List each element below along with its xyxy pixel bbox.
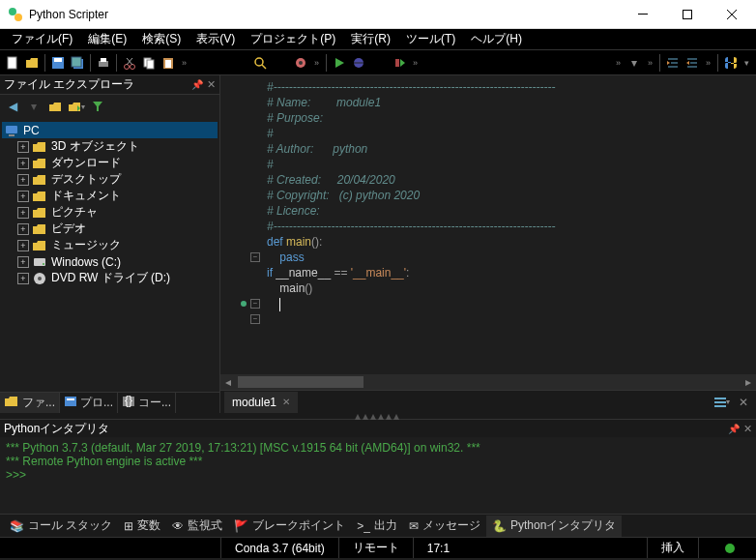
menu-view[interactable]: 表示(V) — [189, 29, 243, 49]
horizontal-scrollbar[interactable]: ◂ ▸ — [220, 374, 756, 390]
copy-button[interactable] — [140, 54, 158, 72]
status-blank — [0, 538, 220, 558]
status-engine[interactable]: Conda 3.7 (64bit) — [220, 538, 338, 558]
browse-button[interactable]: ▾ — [68, 99, 85, 114]
paste-button[interactable] — [160, 54, 177, 72]
svg-text:{}: {} — [125, 396, 132, 407]
menu-help[interactable]: ヘルプ(H) — [463, 29, 530, 49]
menu-tool[interactable]: ツール(T) — [398, 29, 463, 49]
menu-file[interactable]: ファイル(F) — [4, 29, 80, 49]
fold-icon[interactable]: − — [250, 252, 260, 262]
file-tree[interactable]: PC+3D オブジェクト+ダウンロード+デスクトップ+ドキュメント+ピクチャ+ビ… — [0, 118, 219, 392]
svg-point-13 — [125, 64, 130, 69]
print-button[interactable] — [95, 54, 112, 72]
expand-icon[interactable]: + — [17, 158, 29, 169]
pin-icon[interactable]: 📌 — [728, 424, 740, 434]
scroll-left[interactable]: ◂ — [220, 374, 236, 390]
expand-icon[interactable]: + — [17, 240, 29, 251]
stop-button[interactable] — [391, 54, 408, 72]
toolbar-overflow[interactable]: » — [311, 58, 322, 68]
menu-search[interactable]: 検索(S) — [134, 29, 189, 49]
code-editor[interactable]: −−− #-----------------------------------… — [220, 75, 756, 374]
editor-tab-module1[interactable]: module1 ✕ — [224, 392, 298, 413]
back-button[interactable]: ◀ — [4, 99, 21, 114]
expand-icon[interactable]: + — [17, 191, 29, 202]
bottom-tab[interactable]: ✉メッセージ — [403, 516, 486, 537]
close-panel-button[interactable]: ✕ — [207, 78, 216, 91]
expand-icon[interactable]: + — [17, 273, 29, 284]
indent-button[interactable] — [664, 54, 682, 72]
expand-icon[interactable]: + — [17, 141, 29, 153]
tab-list-button[interactable]: ▾ — [713, 394, 731, 411]
breakpoint-dot[interactable] — [241, 301, 247, 307]
tree-item[interactable]: +ピクチャ — [2, 204, 218, 221]
toolbar-overflow[interactable]: » — [179, 58, 189, 68]
tree-item[interactable]: +ビデオ — [2, 221, 218, 237]
filter-button[interactable] — [89, 99, 106, 114]
toolbar-overflow[interactable]: » — [410, 58, 421, 68]
tree-item[interactable]: +ドキュメント — [2, 188, 218, 204]
search-button[interactable] — [251, 54, 269, 72]
sidebar-tab[interactable]: {}コー... — [118, 393, 176, 413]
tree-item[interactable]: +ミュージック — [2, 237, 218, 253]
debug-button[interactable] — [350, 54, 367, 72]
toolbar-overflow[interactable]: » — [613, 58, 624, 68]
fold-icon[interactable]: − — [250, 314, 260, 324]
save-button[interactable] — [49, 54, 67, 72]
new-file-button[interactable] — [4, 54, 21, 72]
menu-edit[interactable]: 編集(E) — [80, 29, 134, 49]
outdent-button[interactable] — [683, 54, 701, 72]
close-button[interactable] — [710, 0, 754, 28]
sidebar-tab[interactable]: ファ... — [0, 393, 60, 413]
scroll-right[interactable]: ▸ — [741, 374, 756, 390]
run-button[interactable] — [331, 54, 348, 72]
bottom-tab[interactable]: 🐍Pythonインタプリタ — [486, 516, 622, 537]
pin-icon[interactable]: 📌 — [191, 79, 203, 90]
expand-icon[interactable]: + — [17, 174, 29, 186]
save-all-button[interactable] — [69, 54, 86, 72]
tree-item[interactable]: +DVD RW ドライブ (D:) — [2, 270, 218, 286]
toolbar-overflow[interactable]: » — [645, 58, 655, 68]
terminal[interactable]: *** Python 3.7.3 (default, Mar 27 2019, … — [0, 437, 756, 514]
forward-button[interactable]: ▾ — [25, 99, 43, 114]
bottom-tab[interactable]: ⊞変数 — [118, 516, 166, 537]
menu-project[interactable]: プロジェクト(P) — [243, 29, 343, 49]
menu-run[interactable]: 実行(R) — [343, 29, 398, 49]
window-title: Python Scripter — [29, 8, 621, 21]
nav-dropdown[interactable]: ▾ — [625, 54, 643, 72]
bottom-tab[interactable]: 🚩ブレークポイント — [228, 516, 351, 537]
tab-icon: 🐍 — [492, 519, 507, 533]
expand-icon[interactable]: + — [17, 207, 29, 219]
bottom-tab[interactable]: 👁監視式 — [166, 516, 228, 537]
settings-button[interactable] — [292, 54, 309, 72]
tree-item[interactable]: +ダウンロード — [2, 155, 218, 171]
toolbar-dropdown[interactable]: ▾ — [741, 58, 752, 68]
code-content[interactable]: #---------------------------------------… — [263, 79, 756, 370]
tab-close-button[interactable]: ✕ — [282, 397, 290, 407]
scroll-thumb[interactable] — [238, 376, 363, 388]
up-button[interactable] — [46, 99, 64, 114]
status-indicator — [698, 538, 756, 558]
expand-icon[interactable]: + — [17, 256, 29, 268]
tab-close-all-button[interactable]: ✕ — [735, 394, 752, 411]
project-icon — [64, 396, 77, 410]
disk-icon — [32, 255, 47, 269]
tree-item[interactable]: +Windows (C:) — [2, 253, 218, 270]
bottom-tab[interactable]: >_出力 — [351, 516, 403, 537]
tree-item[interactable]: PC — [2, 122, 218, 138]
tree-item[interactable]: +3D オブジェクト — [2, 138, 218, 155]
minimize-button[interactable] — [621, 0, 665, 28]
folder-icon — [4, 395, 19, 411]
bottom-tab[interactable]: 📚コール スタック — [4, 516, 118, 537]
maximize-button[interactable] — [665, 0, 710, 28]
toolbar-overflow[interactable]: » — [703, 58, 713, 68]
code-icon: {} — [122, 396, 135, 410]
tree-item[interactable]: +デスクトップ — [2, 171, 218, 188]
python-icon[interactable] — [722, 54, 740, 72]
cut-button[interactable] — [121, 54, 138, 72]
close-panel-button[interactable]: ✕ — [743, 423, 752, 435]
expand-icon[interactable]: + — [17, 223, 29, 235]
fold-icon[interactable]: − — [250, 299, 260, 309]
sidebar-tab[interactable]: プロ... — [60, 393, 118, 413]
open-file-button[interactable] — [23, 54, 41, 72]
